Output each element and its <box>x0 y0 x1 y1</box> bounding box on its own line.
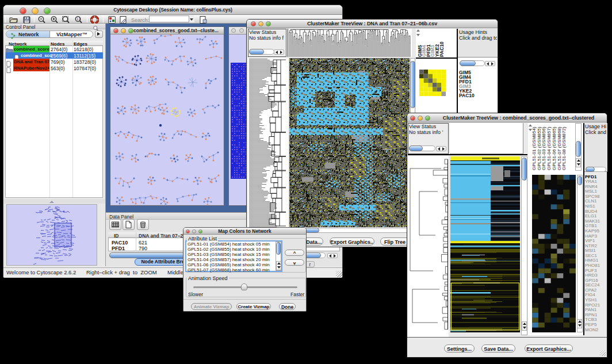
svg-text:PAC10: PAC10 <box>439 41 445 57</box>
svg-text:GPL51-08 (GSM872): GPL51-08 (GSM872) <box>561 127 567 170</box>
svg-text:1:1: 1:1 <box>76 17 81 21</box>
svg-text:GPL51-01 (GSM854): GPL51-01 (GSM854) <box>531 127 537 170</box>
svg-text:GPL51-02 (GSM855): GPL51-02 (GSM855) <box>537 127 542 170</box>
svg-text:GPL51-04 (GSM857): GPL51-04 (GSM857) <box>546 127 552 170</box>
svg-text:GPL51-03 (GSM856): GPL51-03 (GSM856) <box>541 127 546 170</box>
svg-text:GPL51-06 (GSM865): GPL51-06 (GSM865) <box>552 127 557 170</box>
svg-text:GPL51-07 (GSM868): GPL51-07 (GSM868) <box>557 127 562 170</box>
